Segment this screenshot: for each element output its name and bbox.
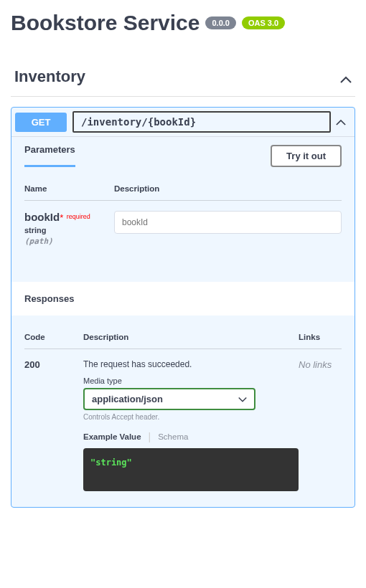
response-code: 200 bbox=[24, 359, 83, 491]
operation-path: /inventory/{bookId} bbox=[74, 113, 203, 131]
try-it-out-button[interactable]: Try it out bbox=[271, 145, 342, 167]
media-type-value: application/json bbox=[92, 394, 163, 404]
parameter-row: bookId* required string (path) bbox=[24, 201, 342, 246]
col-header-description: Description bbox=[83, 333, 299, 341]
tab-example-value[interactable]: Example Value bbox=[83, 432, 141, 441]
param-name: bookId bbox=[24, 211, 60, 223]
response-links: No links bbox=[299, 359, 342, 491]
required-star: * bbox=[60, 212, 63, 223]
chevron-up-icon bbox=[331, 115, 351, 128]
oas-badge: OAS 3.0 bbox=[242, 16, 285, 29]
col-header-name: Name bbox=[24, 184, 114, 193]
operation-block: GET /inventory/{bookId} Parameters Try i… bbox=[11, 107, 355, 508]
param-type: string bbox=[24, 226, 114, 234]
page-title: Bookstore Service bbox=[11, 11, 200, 35]
responses-title: Responses bbox=[24, 293, 342, 304]
controls-accept-text: Controls Accept header. bbox=[83, 413, 299, 421]
param-in: (path) bbox=[24, 237, 114, 246]
tab-schema[interactable]: Schema bbox=[158, 432, 188, 441]
tag-name: Inventory bbox=[14, 67, 85, 86]
col-header-code: Code bbox=[24, 333, 83, 341]
version-badge: 0.0.0 bbox=[205, 16, 235, 29]
response-row: 200 The request has succeeded. Media typ… bbox=[24, 349, 342, 491]
tab-parameters[interactable]: Parameters bbox=[24, 144, 75, 167]
chevron-up-icon bbox=[340, 73, 352, 80]
tab-divider: | bbox=[149, 431, 151, 442]
tag-header-inventory[interactable]: Inventory bbox=[11, 60, 355, 97]
example-code-block: "string" bbox=[83, 448, 299, 491]
col-header-links: Links bbox=[299, 333, 342, 341]
response-description: The request has succeeded. bbox=[83, 359, 299, 369]
required-label: required bbox=[65, 213, 90, 220]
path-wrap: /inventory/{bookId} bbox=[72, 111, 331, 133]
media-type-label: Media type bbox=[83, 376, 299, 385]
chevron-down-icon bbox=[238, 394, 247, 404]
param-input-bookid[interactable] bbox=[114, 211, 342, 234]
col-header-description: Description bbox=[114, 184, 342, 193]
method-badge: GET bbox=[15, 113, 67, 132]
media-type-select[interactable]: application/json bbox=[83, 388, 255, 410]
operation-summary[interactable]: GET /inventory/{bookId} bbox=[11, 108, 355, 136]
example-body: "string" bbox=[90, 457, 132, 468]
